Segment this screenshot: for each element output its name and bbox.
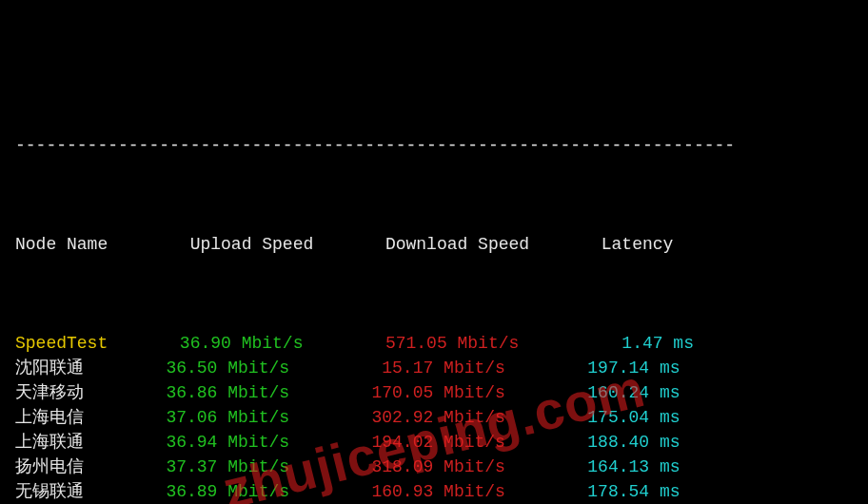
node-name: 天津移动 <box>15 383 84 402</box>
download-speed: 302.92 Mbit/s <box>341 408 505 427</box>
download-speed: 15.17 Mbit/s <box>341 359 505 378</box>
table-row: 天津移动 36.86 Mbit/s 170.05 Mbit/s 160.24 m… <box>15 380 853 405</box>
table-row: SpeedTest 36.90 Mbit/s 571.05 Mbit/s 1.4… <box>15 331 853 356</box>
terminal-output: zhujiceping.com ------------------------… <box>0 0 868 504</box>
latency: 164.13 ms <box>557 457 681 476</box>
col-node-name: Node Name <box>15 235 108 254</box>
upload-speed: 36.90 Mbit/s <box>159 334 303 353</box>
upload-speed: 36.94 Mbit/s <box>146 433 289 452</box>
latency: 197.14 ms <box>557 359 681 378</box>
latency: 178.54 ms <box>557 482 681 501</box>
download-speed: 571.05 Mbit/s <box>354 334 519 353</box>
node-name: 无锡联通 <box>15 482 84 501</box>
latency: 160.24 ms <box>557 383 681 402</box>
table-row: 扬州电信 37.37 Mbit/s 318.09 Mbit/s 164.13 m… <box>15 455 853 479</box>
upload-speed: 37.37 Mbit/s <box>146 457 289 476</box>
latency: 1.47 ms <box>570 334 694 353</box>
download-speed: 318.09 Mbit/s <box>341 457 505 476</box>
table-row: 上海电信 37.06 Mbit/s 302.92 Mbit/s 175.04 m… <box>15 405 853 430</box>
table-row: 沈阳联通 36.50 Mbit/s 15.17 Mbit/s 197.14 ms <box>15 356 853 380</box>
col-download: Download Speed <box>385 235 529 254</box>
upload-speed: 36.86 Mbit/s <box>146 383 289 402</box>
download-speed: 160.93 Mbit/s <box>341 482 505 501</box>
node-name: 扬州电信 <box>15 457 84 476</box>
header-row: Node Name Upload Speed Download Speed La… <box>15 232 853 257</box>
upload-speed: 36.89 Mbit/s <box>146 482 289 501</box>
table-row: 无锡联通 36.89 Mbit/s 160.93 Mbit/s 178.54 m… <box>15 479 853 504</box>
latency: 175.04 ms <box>557 408 681 427</box>
download-speed: 194.02 Mbit/s <box>341 433 505 452</box>
table-row: 上海联通 36.94 Mbit/s 194.02 Mbit/s 188.40 m… <box>15 430 853 455</box>
col-latency: Latency <box>602 235 674 254</box>
latency: 188.40 ms <box>557 433 681 452</box>
download-speed: 170.05 Mbit/s <box>341 383 505 402</box>
node-name: SpeedTest <box>15 334 108 353</box>
node-name: 上海联通 <box>15 433 84 452</box>
upload-speed: 37.06 Mbit/s <box>146 408 289 427</box>
node-name: 上海电信 <box>15 408 84 427</box>
divider-top: ----------------------------------------… <box>15 133 853 158</box>
col-upload: Upload Speed <box>190 235 314 254</box>
node-name: 沈阳联通 <box>15 359 84 378</box>
upload-speed: 36.50 Mbit/s <box>146 359 289 378</box>
